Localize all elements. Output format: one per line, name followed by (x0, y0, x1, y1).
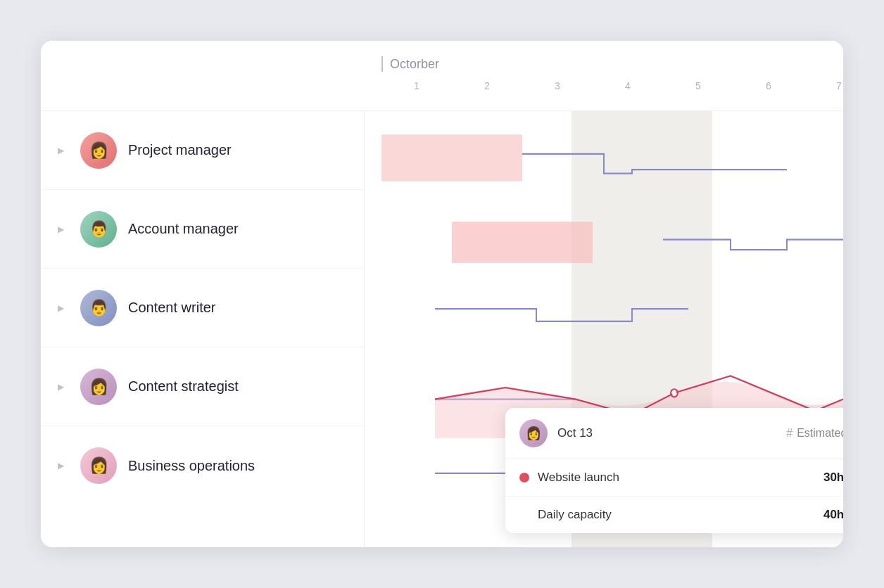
expand-icon[interactable]: ▶ (58, 224, 69, 234)
avatar: 👩 (80, 132, 117, 169)
person-row[interactable]: ▶ 👨 Content writer (41, 269, 364, 347)
tooltip-header: 👩 Oct 13 # Estimated time (505, 408, 843, 459)
tooltip-date: Oct 13 (557, 426, 776, 440)
day-number: 2 (452, 80, 522, 91)
svg-point-3 (672, 390, 676, 395)
avatar: 👩 (80, 369, 117, 405)
avatar: 👩 (80, 447, 117, 484)
red-dot-icon (519, 473, 529, 482)
person-row[interactable]: ▶ 👩 Project manager (41, 111, 364, 190)
expand-icon[interactable]: ▶ (58, 382, 69, 392)
day-number: 7 (804, 80, 843, 91)
svg-marker-0 (381, 134, 522, 181)
avatar: 👨 (80, 211, 117, 248)
tooltip-row-capacity: Daily capacity 40h 00m (505, 497, 843, 533)
person-row[interactable]: ▶ 👨 Account manager (41, 190, 364, 269)
person-name: Content strategist (128, 378, 239, 395)
tooltip-row-website: Website launch 30h 20m (505, 459, 843, 497)
month-title: Octorber (390, 57, 439, 72)
left-panel (41, 41, 365, 110)
person-row[interactable]: ▶ 👩 Business operations (41, 426, 364, 505)
main-card: Octorber 12345678 ▶ 👩 Project manager ▶ … (41, 41, 843, 547)
person-name: Business operations (128, 458, 255, 474)
month-divider-icon (381, 56, 383, 72)
month-label: Octorber (365, 41, 843, 72)
tooltip-capacity-value: 40h 00m (823, 508, 843, 522)
person-row[interactable]: ▶ 👩 Content strategist (41, 347, 364, 426)
people-list: ▶ 👩 Project manager ▶ 👨 Account manager … (41, 111, 365, 547)
tooltip-capacity-label: Daily capacity (538, 508, 815, 522)
content-area: ▶ 👩 Project manager ▶ 👨 Account manager … (41, 111, 843, 547)
header-row: Octorber 12345678 (41, 41, 843, 111)
person-name: Account manager (128, 221, 239, 237)
tooltip-estimated-label: # Estimated time (786, 427, 843, 440)
expand-icon[interactable]: ▶ (58, 461, 69, 471)
expand-icon[interactable]: ▶ (58, 303, 69, 313)
day-numbers: 12345678 (365, 80, 843, 91)
tooltip: 👩 Oct 13 # Estimated time Website launch… (505, 408, 843, 533)
tooltip-website-value: 30h 20m (823, 471, 843, 485)
person-name: Content writer (128, 300, 216, 316)
tooltip-website-label: Website launch (538, 471, 815, 485)
expand-icon[interactable]: ▶ (58, 146, 69, 155)
day-number: 6 (733, 80, 804, 91)
day-number: 3 (522, 80, 593, 91)
person-name: Project manager (128, 142, 232, 158)
chart-area: 👩 Oct 13 # Estimated time Website launch… (365, 111, 843, 547)
day-number: 1 (381, 80, 452, 91)
month-area: Octorber 12345678 (365, 41, 843, 110)
day-number: 4 (593, 80, 663, 91)
estimated-time-label: Estimated time (797, 427, 843, 440)
avatar: 👨 (80, 290, 117, 326)
day-number: 5 (663, 80, 733, 91)
hash-icon: # (786, 427, 793, 440)
tooltip-avatar: 👩 (519, 419, 548, 447)
svg-marker-1 (452, 222, 593, 263)
